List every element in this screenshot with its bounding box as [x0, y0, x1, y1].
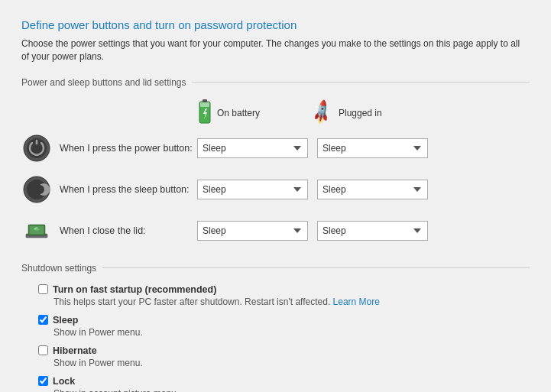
sleep-button-icon-container: [21, 174, 52, 205]
svg-rect-2: [200, 102, 209, 107]
hibernate-desc: Show in Power menu.: [53, 358, 530, 368]
sleep-checkbox[interactable]: [38, 315, 48, 325]
section1-label: Power and sleep buttons and lid settings: [21, 77, 186, 88]
lock-desc: Show in account picture menu.: [53, 388, 530, 392]
battery-column-header: On battery: [197, 99, 312, 128]
page-description: Choose the power settings that you want …: [21, 37, 530, 63]
lid-label: When I close the lid:: [60, 225, 197, 236]
battery-column-label: On battery: [217, 108, 260, 118]
learn-more-link[interactable]: Learn More: [333, 296, 380, 307]
power-button-row: When I press the power button: Do nothin…: [21, 133, 530, 164]
sleep-button-icon: [23, 176, 50, 203]
fast-startup-item: Turn on fast startup (recommended) This …: [38, 284, 530, 307]
plugged-column-label: Plugged in: [339, 108, 382, 118]
power-buttons-section: Power and sleep buttons and lid settings…: [21, 77, 530, 246]
fast-startup-title: Turn on fast startup (recommended): [38, 284, 530, 295]
svg-point-8: [27, 180, 47, 199]
lock-item: Lock Show in account picture menu.: [38, 376, 530, 392]
sleep-desc: Show in Power menu.: [53, 327, 530, 338]
sleep-button-battery-select[interactable]: Do nothing Sleep Hibernate Shut down Tur…: [197, 180, 308, 199]
fast-startup-label[interactable]: Turn on fast startup (recommended): [53, 284, 216, 295]
lock-checkbox[interactable]: [38, 376, 48, 386]
sleep-button-selects: Do nothing Sleep Hibernate Shut down Tur…: [197, 180, 428, 199]
svg-rect-1: [203, 99, 207, 102]
section2-label: Shutdown settings: [21, 263, 96, 274]
lock-label[interactable]: Lock: [53, 376, 75, 387]
shutdown-section: Shutdown settings Turn on fast startup (…: [21, 263, 530, 392]
svg-point-6: [33, 144, 41, 152]
sleep-item: Sleep Show in Power menu.: [38, 315, 530, 338]
battery-icon: [197, 99, 212, 128]
sleep-label[interactable]: Sleep: [53, 315, 78, 326]
lock-title: Lock: [38, 376, 530, 387]
sleep-button-row: When I press the sleep button: Do nothin…: [21, 174, 530, 205]
column-headers: On battery 🚀 Plugged in: [197, 99, 530, 128]
shutdown-items-list: Turn on fast startup (recommended) This …: [38, 284, 530, 392]
plugged-icon: 🚀: [308, 99, 336, 128]
fast-startup-checkbox[interactable]: [38, 284, 48, 294]
power-button-battery-select[interactable]: Do nothing Sleep Hibernate Shut down Tur…: [197, 138, 308, 158]
sleep-button-label: When I press the sleep button:: [60, 184, 197, 195]
power-button-selects: Do nothing Sleep Hibernate Shut down Tur…: [197, 138, 428, 158]
sleep-title: Sleep: [38, 315, 530, 326]
hibernate-label[interactable]: Hibernate: [53, 345, 97, 356]
sleep-button-plugged-select[interactable]: Do nothing Sleep Hibernate Shut down Tur…: [317, 180, 428, 199]
section1-header: Power and sleep buttons and lid settings: [21, 77, 530, 88]
lid-icon-container: [21, 215, 52, 246]
power-button-plugged-select[interactable]: Do nothing Sleep Hibernate Shut down Tur…: [317, 138, 428, 158]
lid-selects: Do nothing Sleep Hibernate Shut down Tur…: [197, 221, 428, 241]
hibernate-item: Hibernate Show in Power menu.: [38, 345, 530, 368]
lid-plugged-select[interactable]: Do nothing Sleep Hibernate Shut down Tur…: [317, 221, 428, 241]
power-button-label: When I press the power button:: [60, 143, 197, 154]
power-button-icon-container: [21, 133, 52, 164]
lid-row: When I close the lid: Do nothing Sleep H…: [21, 215, 530, 246]
section1-divider: [192, 82, 530, 83]
hibernate-checkbox[interactable]: [38, 345, 48, 355]
lid-battery-select[interactable]: Do nothing Sleep Hibernate Shut down Tur…: [197, 221, 308, 241]
section2-divider: [102, 267, 530, 268]
hibernate-title: Hibernate: [38, 345, 530, 356]
power-button-icon: [23, 134, 50, 162]
lid-icon: [23, 217, 50, 245]
page-title: Define power buttons and turn on passwor…: [21, 18, 530, 31]
plugged-column-header: 🚀 Plugged in: [312, 103, 426, 123]
section2-header: Shutdown settings: [21, 263, 530, 274]
fast-startup-desc: This helps start your PC faster after sh…: [53, 296, 530, 307]
